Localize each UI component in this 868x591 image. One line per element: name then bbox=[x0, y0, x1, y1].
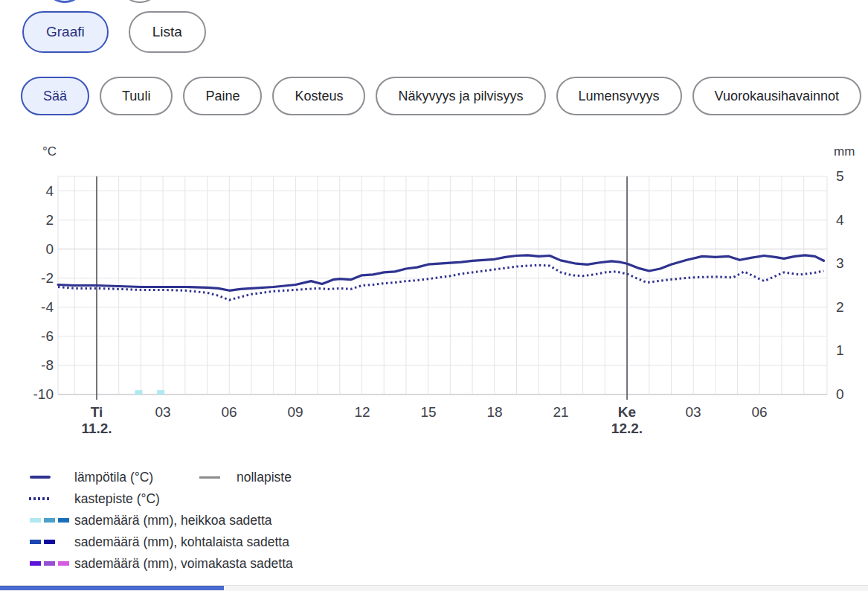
precip-light-swatches bbox=[30, 518, 69, 523]
weather-observations-page: GraafiLista SääTuuliPaineKosteusNäkyvyys… bbox=[0, 0, 868, 591]
left-axis-tick: -10 bbox=[0, 386, 54, 403]
right-axis-tick: 0 bbox=[836, 386, 866, 403]
temperature-line-swatch bbox=[30, 476, 51, 479]
precip-bar bbox=[157, 390, 164, 394]
legend-precip-moderate-label: sademäärä (mm), kohtalaista sadetta bbox=[74, 534, 289, 550]
x-axis-tick: 12 bbox=[329, 404, 396, 421]
zero-line-swatch bbox=[199, 476, 220, 479]
right-axis-tick: 1 bbox=[836, 342, 866, 360]
category-tab-saa[interactable]: Sää bbox=[21, 77, 89, 115]
temperature-line bbox=[58, 255, 824, 290]
left-axis-tick: 4 bbox=[0, 182, 54, 200]
x-axis-tick: 03 bbox=[660, 404, 727, 421]
precip-moderate-swatch-1 bbox=[30, 540, 41, 544]
precip-heavy-swatch-1 bbox=[30, 561, 41, 566]
category-pill-row: SääTuuliPaineKosteusNäkyvyys ja pilvisyy… bbox=[21, 77, 861, 115]
legend-precip-heavy-label: sademäärä (mm), voimakasta sadetta bbox=[74, 555, 293, 572]
view-tab-lista[interactable]: Lista bbox=[129, 11, 206, 53]
precip-light-swatch-3 bbox=[58, 518, 69, 523]
x-axis-tick: 03 bbox=[129, 404, 196, 421]
x-axis-tick: 09 bbox=[262, 404, 329, 421]
right-axis-tick: 2 bbox=[836, 298, 866, 316]
left-axis-tick: 2 bbox=[0, 211, 54, 229]
precip-light-swatch-1 bbox=[30, 518, 41, 523]
precip-bar bbox=[135, 390, 142, 394]
horizontal-scrollbar-thumb[interactable] bbox=[0, 586, 224, 590]
view-tab-graafi[interactable]: Graafi bbox=[22, 11, 109, 53]
cutoff-button-fragment-blue bbox=[44, 0, 86, 3]
precip-moderate-swatch-2 bbox=[44, 540, 55, 544]
category-tab-vuorokausihavainnot[interactable]: Vuorokausihavainnot bbox=[692, 77, 861, 115]
grid bbox=[58, 176, 827, 394]
precip-moderate-swatches bbox=[30, 540, 55, 544]
cutoff-button-fragment-gray bbox=[119, 0, 161, 3]
precip-heavy-swatch-3 bbox=[58, 561, 69, 566]
x-axis-tick: 18 bbox=[461, 404, 528, 421]
left-axis-tick: -6 bbox=[0, 328, 54, 345]
legend-precip-light-label: sademäärä (mm), heikkoa sadetta bbox=[74, 512, 272, 528]
category-tab-tuuli[interactable]: Tuuli bbox=[100, 77, 173, 115]
right-axis-tick: 5 bbox=[836, 167, 866, 185]
left-axis-tick: -2 bbox=[0, 269, 54, 287]
dewpoint-line bbox=[58, 265, 824, 300]
chart-canvas[interactable] bbox=[0, 138, 868, 450]
legend-zero-line-label: nollapiste bbox=[237, 469, 292, 485]
left-axis-tick: 0 bbox=[0, 240, 54, 258]
left-axis-tick: -4 bbox=[0, 298, 54, 316]
category-tab-paine[interactable]: Paine bbox=[183, 77, 262, 115]
precip-light-swatch-2 bbox=[44, 518, 55, 523]
precip-heavy-swatch-2 bbox=[44, 561, 55, 566]
category-tab-lumensyvyys[interactable]: Lumensyvyys bbox=[556, 77, 682, 115]
legend-temperature-label: lämpötila (°C) bbox=[74, 469, 153, 485]
x-axis-tick-day: Ti11.2. bbox=[63, 404, 130, 437]
category-tab-nakyvyys-ja-pilvisyys[interactable]: Näkyvyys ja pilvisyys bbox=[376, 77, 545, 115]
dew-point-line-swatch bbox=[29, 497, 51, 500]
x-axis-tick: 06 bbox=[726, 404, 793, 421]
category-tab-kosteus[interactable]: Kosteus bbox=[272, 77, 365, 115]
x-axis-tick: 15 bbox=[395, 404, 462, 421]
x-axis-tick-day: Ke12.2. bbox=[594, 404, 660, 437]
x-axis-tick: 21 bbox=[527, 404, 594, 421]
view-toggle-group: GraafiLista bbox=[22, 11, 206, 53]
x-axis-tick: 06 bbox=[196, 404, 263, 421]
right-axis-tick: 4 bbox=[836, 211, 866, 229]
right-axis-tick: 3 bbox=[836, 255, 866, 272]
legend-dew-point-label: kastepiste (°C) bbox=[74, 491, 160, 507]
left-axis-tick: -8 bbox=[0, 357, 54, 374]
precip-heavy-swatches bbox=[30, 561, 69, 566]
